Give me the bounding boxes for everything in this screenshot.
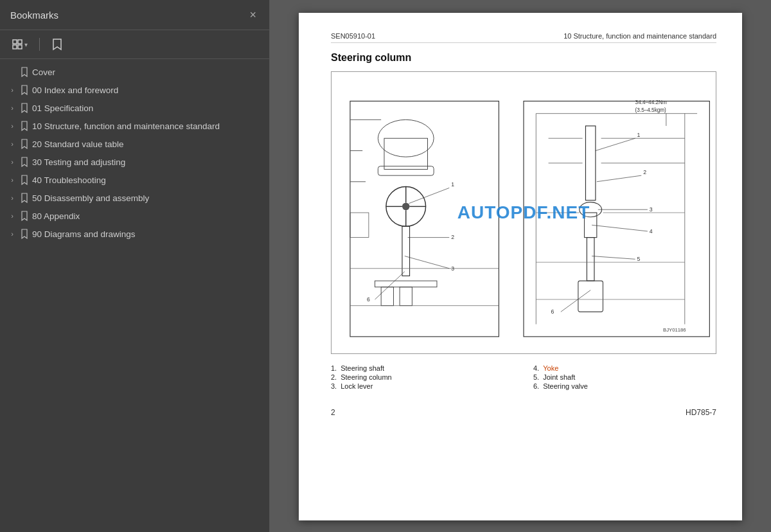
svg-rect-3 xyxy=(18,45,22,49)
svg-line-51 xyxy=(597,175,641,182)
svg-rect-32 xyxy=(524,101,709,337)
bookmark-item-90[interactable]: › 90 Diagrams and drawings xyxy=(0,225,269,243)
bookmark-label-80: 80 Appendix xyxy=(32,211,264,221)
svg-line-28 xyxy=(405,256,449,269)
part-item-4: 4. Yoke xyxy=(533,364,716,372)
close-button[interactable]: × xyxy=(247,8,259,22)
part-name-1: Steering shaft xyxy=(341,364,384,372)
bookmarks-title: Bookmarks xyxy=(10,10,58,21)
bookmark-label-50: 50 Disassembly and assembly xyxy=(32,193,264,203)
diagram-svg: 1 2 3 6 xyxy=(332,72,716,353)
bookmark-item-30[interactable]: › 30 Testing and adjusting xyxy=(0,153,269,171)
svg-text:4: 4 xyxy=(650,228,653,235)
bookmark-flag-10 xyxy=(21,121,28,131)
bookmark-flag-80 xyxy=(21,211,28,221)
svg-rect-1 xyxy=(18,40,22,44)
bookmarks-header: Bookmarks × xyxy=(0,0,269,30)
svg-text:34.4–44.2Nm: 34.4–44.2Nm xyxy=(635,100,667,105)
part-name-2: Steering column xyxy=(341,373,392,381)
bookmark-label-30: 30 Testing and adjusting xyxy=(32,157,264,167)
bookmark-item-20[interactable]: › 20 Standard value table xyxy=(0,135,269,153)
bookmark-label-90: 90 Diagrams and drawings xyxy=(32,229,264,239)
bookmark-flag-00 xyxy=(21,85,28,95)
chevron-00: › xyxy=(8,86,17,94)
page-header: SEN05910-01 10 Structure, function and m… xyxy=(331,32,716,43)
toolbar-divider xyxy=(39,38,40,51)
svg-text:2: 2 xyxy=(451,234,454,240)
part-num-5: 5. xyxy=(533,373,539,381)
bookmark-item-80[interactable]: › 80 Appendix xyxy=(0,207,269,225)
svg-text:BJY01186: BJY01186 xyxy=(663,327,686,333)
bookmark-label-40: 40 Troubleshooting xyxy=(32,175,264,185)
bookmark-flag-01 xyxy=(21,103,28,113)
page-footer: 2 HD785-7 xyxy=(331,403,716,417)
svg-point-9 xyxy=(402,203,410,211)
chevron-20: › xyxy=(8,140,17,148)
bookmark-item-01[interactable]: › 01 Specification xyxy=(0,99,269,117)
chevron-80: › xyxy=(8,212,17,220)
bookmark-item-00[interactable]: › 00 Index and foreword xyxy=(0,81,269,99)
section-title: 10 Structure, function and maintenance s… xyxy=(563,32,716,40)
bookmarks-list: › Cover › 00 Index and foreword › 01 Spe… xyxy=(0,59,269,532)
chevron-30: › xyxy=(8,158,17,166)
page-number: 2 xyxy=(331,408,335,417)
bookmark-item-10[interactable]: › 10 Structure, function and maintenance… xyxy=(0,117,269,135)
part-num-1: 1. xyxy=(331,364,337,372)
bookmark-flag-cover xyxy=(21,67,28,77)
bookmark-label-cover: Cover xyxy=(32,67,264,77)
bookmark-add-button[interactable] xyxy=(48,35,67,53)
doc-id: SEN05910-01 xyxy=(331,32,375,40)
bookmark-item-40[interactable]: › 40 Troubleshooting xyxy=(0,171,269,189)
bookmark-icon xyxy=(51,38,63,51)
svg-text:3: 3 xyxy=(451,265,454,272)
part-item-2: 2. Steering column xyxy=(331,373,514,381)
dropdown-arrow: ▾ xyxy=(24,41,28,48)
part-num-3: 3. xyxy=(331,382,337,390)
part-num-2: 2. xyxy=(331,373,337,381)
part-num-4: 4. xyxy=(533,364,539,372)
svg-text:1: 1 xyxy=(451,181,454,188)
svg-rect-0 xyxy=(13,40,17,44)
expand-collapse-button[interactable]: ▾ xyxy=(8,36,31,53)
part-name-3: Lock lever xyxy=(341,382,373,390)
bookmarks-panel: Bookmarks × ▾ › Cover xyxy=(0,0,270,532)
page-container: SEN05910-01 10 Structure, function and m… xyxy=(299,13,742,520)
bookmark-flag-20 xyxy=(21,139,28,149)
svg-text:6: 6 xyxy=(367,296,370,303)
document-panel: SEN05910-01 10 Structure, function and m… xyxy=(270,0,771,532)
svg-rect-23 xyxy=(350,213,369,238)
diagram-box: 1 2 3 6 xyxy=(331,71,716,354)
part-name-6: Steering valve xyxy=(543,382,588,390)
bookmark-label-00: 00 Index and foreword xyxy=(32,85,264,95)
svg-text:(3.5–4.5kgm): (3.5–4.5kgm) xyxy=(635,107,667,113)
svg-rect-38 xyxy=(587,238,594,281)
svg-rect-35 xyxy=(585,126,595,200)
part-item-6: 6. Steering valve xyxy=(533,382,716,390)
part-name-5: Joint shaft xyxy=(543,373,575,381)
svg-text:5: 5 xyxy=(637,256,641,262)
bookmark-label-20: 20 Standard value table xyxy=(32,139,264,149)
svg-rect-17 xyxy=(400,287,412,306)
parts-list-container: 1. Steering shaft 4. Yoke 2. Steering co… xyxy=(331,364,716,390)
svg-text:3: 3 xyxy=(650,206,653,213)
svg-text:6: 6 xyxy=(551,308,554,315)
part-num-6: 6. xyxy=(533,382,539,390)
svg-rect-15 xyxy=(375,281,437,287)
part-item-3: 3. Lock lever xyxy=(331,382,514,390)
bookmark-flag-30 xyxy=(21,157,28,167)
bookmark-label-10: 10 Structure, function and maintenance s… xyxy=(32,121,264,131)
chevron-50: › xyxy=(8,194,17,202)
chevron-01: › xyxy=(8,104,17,112)
bookmarks-toolbar: ▾ xyxy=(0,30,269,59)
svg-line-59 xyxy=(561,290,590,312)
svg-rect-7 xyxy=(378,166,434,175)
svg-rect-4 xyxy=(350,101,499,337)
section-heading: Steering column xyxy=(331,52,716,64)
bookmark-flag-50 xyxy=(21,193,28,203)
svg-line-30 xyxy=(375,272,405,299)
bookmark-label-01: 01 Specification xyxy=(32,103,264,113)
bookmark-item-50[interactable]: › 50 Disassembly and assembly xyxy=(0,189,269,207)
svg-text:1: 1 xyxy=(637,132,641,138)
bookmark-item-cover[interactable]: › Cover xyxy=(0,63,269,81)
svg-line-55 xyxy=(592,225,648,231)
